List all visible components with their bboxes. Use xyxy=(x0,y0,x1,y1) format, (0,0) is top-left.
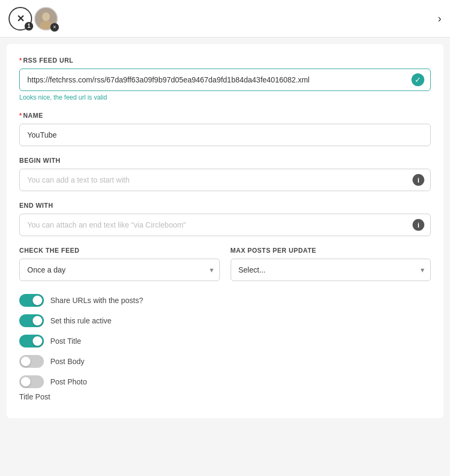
toggle-post-body-label: Post Body xyxy=(50,357,85,366)
toggle-post-photo-label: Post Photo xyxy=(50,377,87,386)
toggle-active-label: Set this rule active xyxy=(50,316,111,325)
check-feed-select[interactable]: Once a day Twice a day Every hour Every … xyxy=(19,259,220,281)
main-content: * RSS FEED URL ✓ Looks nice, the feed ur… xyxy=(6,44,444,418)
account-switcher[interactable]: ✕ 1 × xyxy=(9,7,58,31)
end-with-label: END WITH xyxy=(19,202,431,209)
rss-feed-url-group: * RSS FEED URL ✓ Looks nice, the feed ur… xyxy=(19,57,431,101)
toggle-share-urls-slider xyxy=(19,294,44,307)
toggle-post-body-row: Post Body xyxy=(19,355,431,368)
toggle-post-title-label: Post Title xyxy=(50,337,81,345)
toggle-post-photo[interactable] xyxy=(19,375,44,388)
header: ✕ 1 × › xyxy=(0,0,450,37)
x-account-badge: 1 xyxy=(25,22,33,31)
name-input[interactable] xyxy=(19,124,431,146)
begin-with-input[interactable] xyxy=(19,169,431,191)
toggle-post-body-slider xyxy=(19,355,44,368)
toggle-share-urls-row: Share URLs with the posts? xyxy=(19,294,431,307)
name-input-wrapper xyxy=(19,124,431,146)
name-group: * NAME xyxy=(19,112,431,146)
end-with-input[interactable] xyxy=(19,214,431,236)
toggle-share-urls[interactable] xyxy=(19,294,44,307)
x-account-avatar[interactable]: ✕ 1 xyxy=(9,7,32,31)
toggle-post-photo-row: Post Photo xyxy=(19,375,431,388)
begin-with-info-icon[interactable]: i xyxy=(413,174,424,186)
end-with-input-wrapper: i xyxy=(19,214,431,236)
rss-required-star: * xyxy=(19,57,22,64)
max-posts-select[interactable]: Select... 1 2 3 4 5 xyxy=(231,259,431,281)
begin-with-label: BEGIN WITH xyxy=(19,157,431,164)
toggle-active-slider xyxy=(19,314,44,327)
name-label: * NAME xyxy=(19,112,431,119)
check-feed-label: CHECK THE FEED xyxy=(19,247,220,254)
toggle-post-title[interactable] xyxy=(19,335,44,347)
toggle-active[interactable] xyxy=(19,314,44,327)
toggle-active-row: Set this rule active xyxy=(19,314,431,327)
max-posts-group: MAX POSTS PER UPDATE Select... 1 2 3 4 5… xyxy=(231,247,431,281)
title-post-text: Title Post xyxy=(19,392,431,401)
feed-options-row: CHECK THE FEED Once a day Twice a day Ev… xyxy=(19,247,431,281)
toggles-section: Share URLs with the posts? Set this rule… xyxy=(19,294,431,388)
nav-forward-button[interactable]: › xyxy=(438,12,441,25)
rss-valid-icon: ✓ xyxy=(411,73,424,86)
toggle-share-urls-label: Share URLs with the posts? xyxy=(50,296,143,305)
rss-feed-url-input[interactable] xyxy=(19,69,431,91)
check-feed-select-wrapper: Once a day Twice a day Every hour Every … xyxy=(19,259,220,281)
rss-feed-url-label: * RSS FEED URL xyxy=(19,57,431,64)
rss-feed-url-input-wrapper: ✓ xyxy=(19,69,431,91)
name-required-star: * xyxy=(19,112,22,119)
photo-account-avatar[interactable]: × xyxy=(34,7,58,31)
photo-account-close-badge[interactable]: × xyxy=(50,23,59,32)
check-feed-group: CHECK THE FEED Once a day Twice a day Ev… xyxy=(19,247,220,281)
toggle-post-title-row: Post Title xyxy=(19,335,431,347)
svg-point-1 xyxy=(42,12,50,21)
rss-valid-text: Looks nice, the feed url is valid xyxy=(19,94,431,101)
end-with-info-icon[interactable]: i xyxy=(413,219,424,231)
max-posts-select-wrapper: Select... 1 2 3 4 5 ▾ xyxy=(231,259,431,281)
max-posts-label: MAX POSTS PER UPDATE xyxy=(231,247,431,254)
begin-with-group: BEGIN WITH i xyxy=(19,157,431,191)
begin-with-input-wrapper: i xyxy=(19,169,431,191)
end-with-group: END WITH i xyxy=(19,202,431,236)
toggle-post-photo-slider xyxy=(19,375,44,388)
toggle-post-body[interactable] xyxy=(19,355,44,368)
toggle-post-title-slider xyxy=(19,335,44,347)
